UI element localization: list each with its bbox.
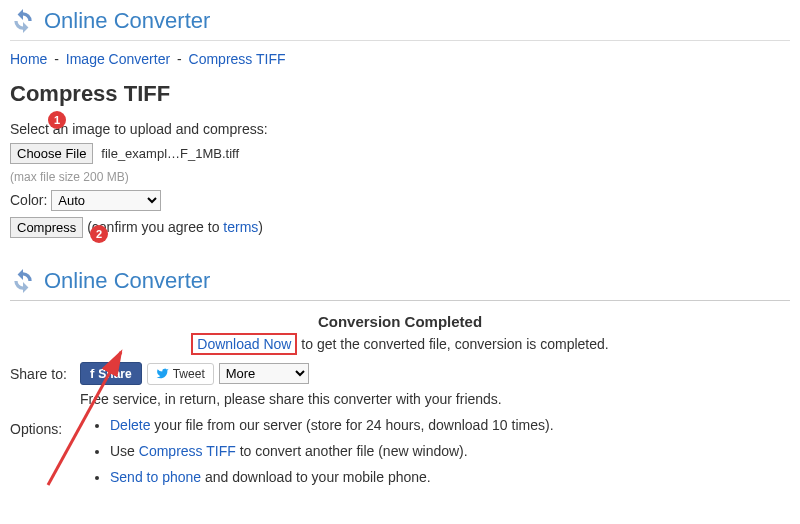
brand-text-2: Online Converter <box>44 268 210 294</box>
compress-button[interactable]: Compress <box>10 217 83 238</box>
divider <box>10 40 790 41</box>
more-select[interactable]: More <box>219 363 309 384</box>
delete-link[interactable]: Delete <box>110 417 150 433</box>
twitter-tweet-button[interactable]: Tweet <box>147 363 214 385</box>
color-line: Color: Auto <box>10 190 790 211</box>
refresh-icon <box>10 8 36 34</box>
delete-after: your file from our server (store for 24 … <box>150 417 553 433</box>
color-label: Color: <box>10 192 47 208</box>
logo-header-2: Online Converter <box>10 268 790 294</box>
options-row: Options: Delete your file from our serve… <box>10 417 790 495</box>
options-label: Options: <box>10 417 80 437</box>
color-select[interactable]: Auto <box>51 190 161 211</box>
breadcrumb-home[interactable]: Home <box>10 51 47 67</box>
terms-link[interactable]: terms <box>223 219 258 235</box>
confirm-post: ) <box>258 219 263 235</box>
breadcrumb-image-converter[interactable]: Image Converter <box>66 51 170 67</box>
share-label: Share to: <box>10 362 80 382</box>
compress-line: Compress (confirm you agree to terms) 2 <box>10 217 790 238</box>
twitter-icon <box>156 367 169 380</box>
breadcrumb: Home - Image Converter - Compress TIFF <box>10 51 790 67</box>
step-badge-2: 2 <box>90 225 108 243</box>
list-item: Use Compress TIFF to convert another fil… <box>110 443 554 459</box>
options-list: Delete your file from our server (store … <box>110 417 554 485</box>
facebook-icon: f <box>90 366 94 381</box>
file-input-line: Choose File file_exampl…F_1MB.tiff <box>10 143 790 164</box>
share-note: Free service, in return, please share th… <box>80 391 502 407</box>
facebook-share-button[interactable]: fShare <box>80 362 142 385</box>
filename-display: file_exampl…F_1MB.tiff <box>101 146 239 161</box>
send-after: and download to your mobile phone. <box>201 469 431 485</box>
list-item: Send to phone and download to your mobil… <box>110 469 554 485</box>
download-now-link[interactable]: Download Now <box>191 333 297 355</box>
choose-file-button[interactable]: Choose File <box>10 143 93 164</box>
divider-2 <box>10 300 790 301</box>
use-pre: Use <box>110 443 139 459</box>
refresh-icon <box>10 268 36 294</box>
breadcrumb-sep: - <box>174 51 185 67</box>
conversion-completed: Conversion Completed Download Now to get… <box>10 313 790 352</box>
step-badge-1: 1 <box>48 111 66 129</box>
compress-tiff-link[interactable]: Compress TIFF <box>139 443 236 459</box>
completed-title: Conversion Completed <box>10 313 790 330</box>
max-size-note: (max file size 200 MB) <box>10 170 790 184</box>
download-after: to get the converted file, conversion is… <box>297 336 608 352</box>
brand-text: Online Converter <box>44 8 210 34</box>
select-prompt-line: Select an image to upload and compress: … <box>10 121 790 137</box>
logo-header: Online Converter <box>10 8 790 34</box>
share-row: Share to: fShare Tweet More Free service… <box>10 362 790 407</box>
breadcrumb-compress-tiff[interactable]: Compress TIFF <box>189 51 286 67</box>
use-after: to convert another file (new window). <box>236 443 468 459</box>
page-title: Compress TIFF <box>10 81 790 107</box>
breadcrumb-sep: - <box>51 51 62 67</box>
send-to-phone-link[interactable]: Send to phone <box>110 469 201 485</box>
list-item: Delete your file from our server (store … <box>110 417 554 433</box>
